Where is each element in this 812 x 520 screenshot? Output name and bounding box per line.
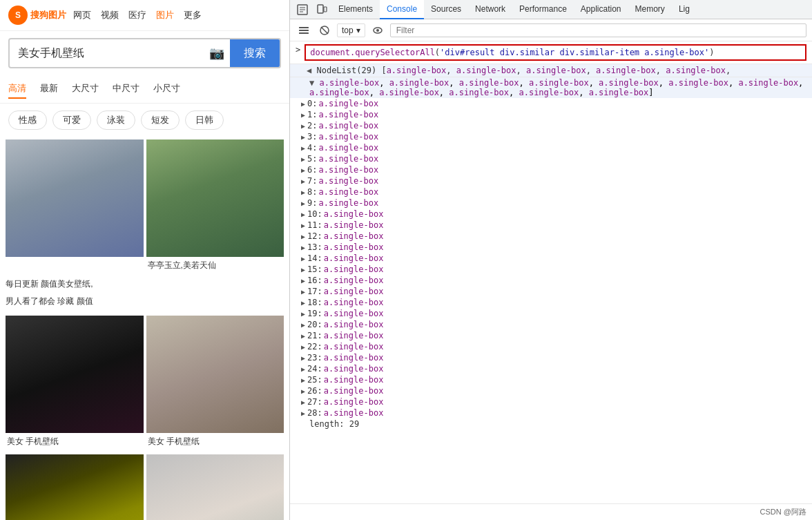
expand-arrow-24[interactable]: ▶ bbox=[301, 365, 305, 373]
expand-arrow-4[interactable]: ▶ bbox=[301, 144, 305, 152]
expand-arrow-0[interactable]: ▶ bbox=[301, 100, 305, 108]
node-item[interactable]: ▶18: a.single-box bbox=[290, 297, 812, 308]
expand-arrow-9[interactable]: ▶ bbox=[301, 200, 305, 207]
nodelist-expand-arrow[interactable]: ▼ bbox=[309, 78, 314, 88]
tab-sources[interactable]: Sources bbox=[424, 0, 468, 19]
expand-arrow-6[interactable]: ▶ bbox=[301, 166, 305, 174]
pill-korean[interactable]: 日韩 bbox=[185, 110, 224, 130]
filter-medium[interactable]: 中尺寸 bbox=[113, 79, 139, 99]
node-item[interactable]: ▶22: a.single-box bbox=[290, 341, 812, 352]
expand-arrow-22[interactable]: ▶ bbox=[301, 343, 305, 351]
expand-arrow-10[interactable]: ▶ bbox=[301, 211, 305, 218]
node-item[interactable]: ▶9: a.single-box bbox=[290, 198, 812, 209]
expand-arrow-2[interactable]: ▶ bbox=[301, 122, 305, 130]
tab-network[interactable]: Network bbox=[468, 0, 512, 19]
expand-arrow-19[interactable]: ▶ bbox=[301, 310, 305, 318]
node-item[interactable]: ▶20: a.single-box bbox=[290, 319, 812, 330]
node-item[interactable]: ▶23: a.single-box bbox=[290, 352, 812, 363]
expand-arrow-21[interactable]: ▶ bbox=[301, 332, 305, 340]
expand-arrow-28[interactable]: ▶ bbox=[301, 410, 305, 417]
image-card-1[interactable] bbox=[6, 139, 144, 273]
expand-arrow-23[interactable]: ▶ bbox=[301, 354, 305, 362]
node-item[interactable]: ▶12: a.single-box bbox=[290, 231, 812, 242]
tab-memory[interactable]: Memory bbox=[628, 0, 672, 19]
expand-arrow-17[interactable]: ▶ bbox=[301, 288, 305, 296]
nav-webpage[interactable]: 网页 bbox=[73, 9, 91, 21]
camera-icon[interactable]: 📷 bbox=[204, 40, 230, 66]
filter-small[interactable]: 小尺寸 bbox=[153, 79, 180, 99]
node-item[interactable]: ▶1: a.single-box bbox=[290, 109, 812, 120]
console-input-box[interactable]: document.querySelectorAll('div#result di… bbox=[304, 44, 806, 61]
node-item[interactable]: ▶24: a.single-box bbox=[290, 363, 812, 374]
node-item[interactable]: ▶4: a.single-box bbox=[290, 142, 812, 153]
eye-icon[interactable] bbox=[369, 22, 386, 39]
filter-input[interactable] bbox=[390, 23, 806, 37]
expand-arrow-1[interactable]: ▶ bbox=[301, 111, 305, 119]
expand-arrow-3[interactable]: ▶ bbox=[301, 133, 305, 141]
nav-video[interactable]: 视频 bbox=[101, 9, 119, 21]
tab-elements[interactable]: Elements bbox=[331, 0, 380, 19]
image-card-3[interactable]: 美女 手机壁纸 bbox=[6, 316, 144, 449]
pill-sexy[interactable]: 性感 bbox=[8, 110, 47, 130]
node-item[interactable]: ▶8: a.single-box bbox=[290, 186, 812, 198]
image-card-6[interactable] bbox=[146, 454, 284, 520]
search-button[interactable]: 搜索 bbox=[230, 39, 280, 67]
node-item[interactable]: ▶7: a.single-box bbox=[290, 175, 812, 186]
expand-arrow-18[interactable]: ▶ bbox=[301, 299, 305, 307]
node-item[interactable]: ▶11: a.single-box bbox=[290, 220, 812, 231]
expand-arrow-11[interactable]: ▶ bbox=[301, 222, 305, 229]
expand-arrow-5[interactable]: ▶ bbox=[301, 155, 305, 163]
node-item[interactable]: ▶5: a.single-box bbox=[290, 153, 812, 164]
node-item[interactable]: ▶19: a.single-box bbox=[290, 308, 812, 319]
node-item[interactable]: ▶2: a.single-box bbox=[290, 120, 812, 131]
expand-arrow-15[interactable]: ▶ bbox=[301, 266, 305, 273]
image-card-4[interactable]: 美女 手机壁纸 bbox=[146, 316, 284, 449]
output-collapse-arrow[interactable]: ◀ bbox=[307, 66, 311, 75]
filter-latest[interactable]: 最新 bbox=[40, 79, 58, 99]
tab-application[interactable]: Application bbox=[574, 0, 628, 19]
node-item[interactable]: ▶15: a.single-box bbox=[290, 264, 812, 275]
image-card-5[interactable] bbox=[6, 454, 144, 520]
node-item[interactable]: ▶28: a.single-box bbox=[290, 407, 812, 418]
node-item[interactable]: ▶17: a.single-box bbox=[290, 286, 812, 297]
expand-arrow-12[interactable]: ▶ bbox=[301, 233, 305, 240]
search-input[interactable] bbox=[10, 41, 204, 65]
nav-images[interactable]: 图片 bbox=[156, 9, 174, 21]
tab-console[interactable]: Console bbox=[380, 0, 424, 19]
expand-arrow-27[interactable]: ▶ bbox=[301, 398, 305, 406]
node-item[interactable]: ▶16: a.single-box bbox=[290, 275, 812, 286]
block-icon[interactable] bbox=[316, 22, 333, 39]
device-icon[interactable] bbox=[312, 0, 331, 19]
inspect-icon[interactable] bbox=[293, 0, 312, 19]
expand-arrow-25[interactable]: ▶ bbox=[301, 376, 305, 384]
node-item[interactable]: ▶27: a.single-box bbox=[290, 396, 812, 407]
expand-arrow-8[interactable]: ▶ bbox=[301, 189, 305, 196]
image-card-2[interactable]: 亭亭玉立,美若天仙 bbox=[146, 139, 284, 273]
clear-console-btn[interactable] bbox=[296, 22, 312, 39]
expand-arrow-7[interactable]: ▶ bbox=[301, 177, 305, 185]
filter-hd[interactable]: 高清 bbox=[8, 79, 26, 99]
pill-swimsuit[interactable]: 泳装 bbox=[97, 110, 135, 130]
tab-lig[interactable]: Lig bbox=[672, 0, 697, 19]
expand-arrow-26[interactable]: ▶ bbox=[301, 387, 305, 395]
node-item[interactable]: ▶3: a.single-box bbox=[290, 131, 812, 142]
node-item[interactable]: ▶25: a.single-box bbox=[290, 374, 812, 385]
node-item[interactable]: ▶21: a.single-box bbox=[290, 330, 812, 341]
expand-arrow-13[interactable]: ▶ bbox=[301, 244, 305, 251]
expand-arrow-14[interactable]: ▶ bbox=[301, 255, 305, 262]
node-item[interactable]: ▶6: a.single-box bbox=[290, 164, 812, 175]
node-item[interactable]: ▶14: a.single-box bbox=[290, 253, 812, 264]
pill-short-hair[interactable]: 短发 bbox=[141, 110, 180, 130]
node-item[interactable]: ▶13: a.single-box bbox=[290, 242, 812, 253]
pill-cute[interactable]: 可爱 bbox=[52, 110, 91, 130]
nav-medical[interactable]: 医疗 bbox=[128, 9, 146, 21]
tab-performance[interactable]: Performance bbox=[512, 0, 574, 19]
nav-more[interactable]: 更多 bbox=[184, 9, 202, 21]
context-selector[interactable]: top ▾ bbox=[337, 23, 365, 37]
filter-large[interactable]: 大尺寸 bbox=[72, 79, 99, 99]
node-item[interactable]: ▶10: a.single-box bbox=[290, 209, 812, 220]
node-item[interactable]: ▶26: a.single-box bbox=[290, 385, 812, 396]
expand-arrow-16[interactable]: ▶ bbox=[301, 277, 305, 285]
node-item[interactable]: ▶0: a.single-box bbox=[290, 98, 812, 109]
expand-arrow-20[interactable]: ▶ bbox=[301, 321, 305, 329]
